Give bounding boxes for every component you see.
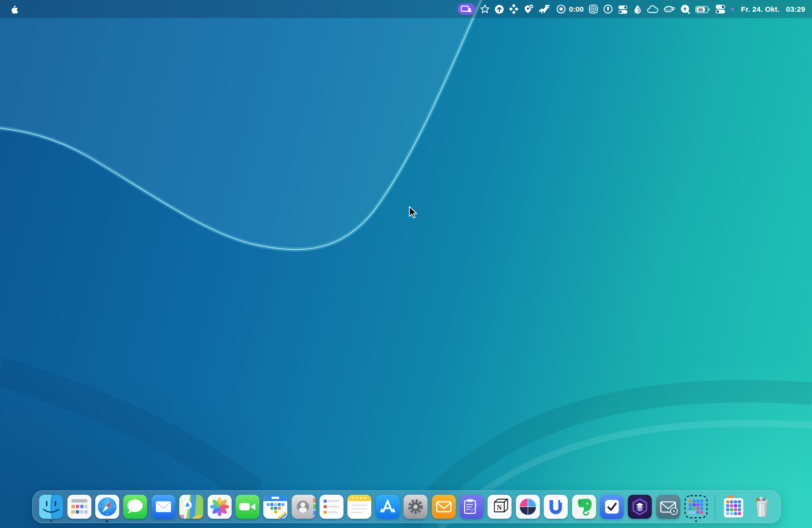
caffeinate-menu-item[interactable] xyxy=(663,3,676,15)
cloud-sync-menu-item[interactable] xyxy=(647,3,659,15)
dino-menu-item[interactable] xyxy=(538,3,552,15)
screen-sharing-display-icon xyxy=(457,3,475,15)
control-center-menu-item[interactable] xyxy=(715,3,726,15)
dock-item-messages[interactable] xyxy=(123,495,147,519)
wallpaper-wave-overlay xyxy=(0,0,812,528)
calendar-app-icon xyxy=(263,495,287,519)
dock-item-maps[interactable] xyxy=(179,495,203,519)
orange-mail-icon xyxy=(432,495,456,519)
recording-timer: 0:00 xyxy=(569,5,583,13)
photos-icon xyxy=(208,495,232,519)
battery-utility-menu-item[interactable] xyxy=(680,3,691,15)
menu-bar-status-area: 0:00 xyxy=(457,3,805,15)
battery-percent-text: 65 xyxy=(698,7,703,12)
dock-item-capacities[interactable] xyxy=(628,495,652,519)
running-indicator xyxy=(50,520,52,523)
battery-icon: 65 xyxy=(695,4,710,15)
notion-icon: N xyxy=(488,495,512,519)
dock-item-launchpad[interactable] xyxy=(67,495,91,519)
favorites-menu-item[interactable] xyxy=(480,3,490,15)
dock-item-app-store[interactable] xyxy=(376,495,400,519)
dock-item-finder[interactable] xyxy=(39,495,63,519)
diamond-app-menu-item[interactable] xyxy=(509,3,519,15)
svg-text:N: N xyxy=(497,504,502,511)
pin-check-icon xyxy=(523,4,534,15)
canary-mail-icon xyxy=(656,495,680,519)
star-icon xyxy=(480,4,490,14)
arrow-up-circle-icon xyxy=(494,4,504,14)
dock-item-downloads-folder[interactable] xyxy=(722,495,746,519)
launchpad-icon xyxy=(67,495,91,519)
finder-icon xyxy=(39,495,63,519)
dock-item-noteplan[interactable] xyxy=(460,495,484,519)
things-icon xyxy=(600,495,624,519)
dock-item-contacts[interactable] xyxy=(292,495,316,519)
dock-item-grid-placeholder[interactable] xyxy=(684,495,708,519)
rounded-square-badge-icon xyxy=(588,4,598,14)
dock-item-upnote[interactable] xyxy=(544,495,568,519)
dock-item-evernote[interactable] xyxy=(572,495,596,519)
screen-recorder-menu-item[interactable]: 0:00 xyxy=(556,4,583,14)
battery-indicator[interactable]: 65 xyxy=(695,3,710,15)
dock-item-petal-app[interactable] xyxy=(516,495,540,519)
dock-item-orange-mail[interactable] xyxy=(432,495,456,519)
upnote-icon xyxy=(544,495,568,519)
diamond-cluster-icon xyxy=(509,4,519,14)
dock-item-safari[interactable] xyxy=(95,495,119,519)
control-center-icon xyxy=(715,3,726,15)
system-settings-icon xyxy=(404,495,427,519)
upload-menu-item[interactable] xyxy=(494,3,504,15)
mail-icon xyxy=(151,495,175,519)
water-drop-menu-item[interactable] xyxy=(633,3,642,15)
dock-item-things[interactable] xyxy=(600,495,624,519)
petal-quadrant-icon xyxy=(516,495,540,519)
dock-item-mail[interactable] xyxy=(151,495,175,519)
location-check-menu-item[interactable] xyxy=(523,3,534,15)
dock-item-system-settings[interactable] xyxy=(404,495,427,519)
menu-bar: 0:00 xyxy=(0,0,812,18)
cloud-icon xyxy=(647,4,659,14)
safari-icon xyxy=(95,495,119,519)
menu-bar-clock[interactable]: Fr. 24. Okt. 03:29 xyxy=(741,5,805,13)
noteplan-icon xyxy=(460,495,484,519)
facetime-icon xyxy=(235,495,259,519)
reminders-icon xyxy=(320,495,343,519)
double-toggle-icon xyxy=(618,4,628,15)
app-store-icon xyxy=(376,495,400,519)
dock-item-calendar-app[interactable] xyxy=(263,495,287,519)
running-indicator xyxy=(695,520,697,523)
messages-icon xyxy=(123,495,147,519)
t-rex-icon xyxy=(538,4,552,14)
coffee-cup-icon xyxy=(663,4,676,14)
clock-time: 03:29 xyxy=(786,5,805,13)
notification-dot xyxy=(730,3,734,15)
notes-icon xyxy=(347,495,371,519)
dock-item-facetime[interactable] xyxy=(235,495,259,519)
password-manager-menu-item[interactable] xyxy=(603,3,613,15)
downloads-folder-grid-icon xyxy=(722,495,746,519)
q-lightning-icon xyxy=(680,4,691,15)
record-stop-icon xyxy=(556,4,566,14)
desktop-wallpaper xyxy=(0,0,812,528)
app-window-menu-item[interactable] xyxy=(588,3,598,15)
trash-full-icon xyxy=(750,495,774,519)
maps-icon xyxy=(179,495,203,519)
apple-logo-icon xyxy=(10,4,18,14)
dock: N xyxy=(32,490,781,523)
dashed-grid-icon xyxy=(684,495,708,519)
dock-item-reminders[interactable] xyxy=(320,495,343,519)
evernote-icon xyxy=(572,495,596,519)
dock-item-notes[interactable] xyxy=(347,495,371,519)
clock-date: Fr. 24. Okt. xyxy=(741,5,780,13)
dock-item-trash[interactable] xyxy=(750,495,774,519)
apple-menu[interactable] xyxy=(10,3,18,15)
keyhole-circle-icon xyxy=(603,4,613,14)
switch-toggles-menu-item[interactable] xyxy=(618,3,628,15)
purple-dot-icon xyxy=(730,7,734,11)
water-drop-icon xyxy=(633,4,642,15)
screen-sharing-indicator[interactable] xyxy=(457,3,475,15)
dock-item-photos[interactable] xyxy=(208,495,232,519)
dock-item-canary-mail[interactable] xyxy=(656,495,680,519)
dock-divider xyxy=(715,495,716,519)
dock-item-notion[interactable]: N xyxy=(488,495,512,519)
